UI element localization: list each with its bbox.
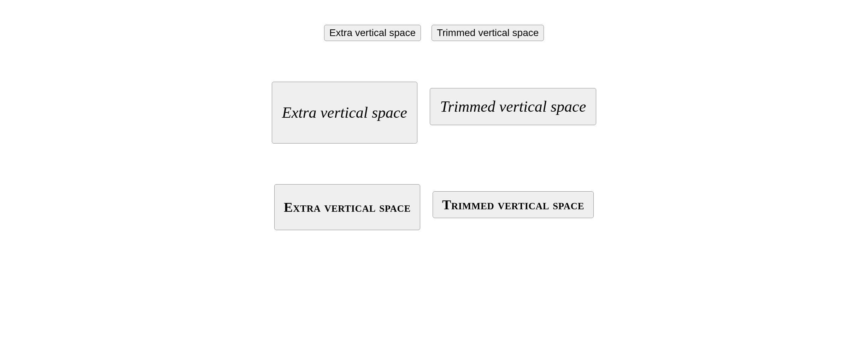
- script-trimmed-label: Trimmed vertical space: [440, 98, 586, 116]
- marker-extra-box: Extra vertical space: [274, 184, 420, 230]
- sans-trimmed-box: Trimmed vertical space: [432, 25, 544, 41]
- script-extra-box: Extra vertical space: [272, 82, 417, 144]
- row-marker: Extra vertical space Trimmed vertical sp…: [274, 184, 594, 230]
- row-script: Extra vertical space Trimmed vertical sp…: [272, 82, 596, 144]
- marker-trimmed-box: Trimmed vertical space: [433, 191, 594, 218]
- sans-extra-box: Extra vertical space: [324, 25, 421, 41]
- row-sans-serif: Extra vertical space Trimmed vertical sp…: [324, 25, 544, 41]
- script-extra-label: Extra vertical space: [282, 104, 407, 122]
- sans-trimmed-label: Trimmed vertical space: [437, 27, 539, 39]
- script-trimmed-box: Trimmed vertical space: [430, 88, 596, 125]
- sans-extra-label: Extra vertical space: [329, 27, 416, 39]
- marker-trimmed-label: Trimmed vertical space: [442, 197, 584, 212]
- example-canvas: Extra vertical space Trimmed vertical sp…: [0, 0, 868, 350]
- marker-extra-label: Extra vertical space: [284, 199, 411, 215]
